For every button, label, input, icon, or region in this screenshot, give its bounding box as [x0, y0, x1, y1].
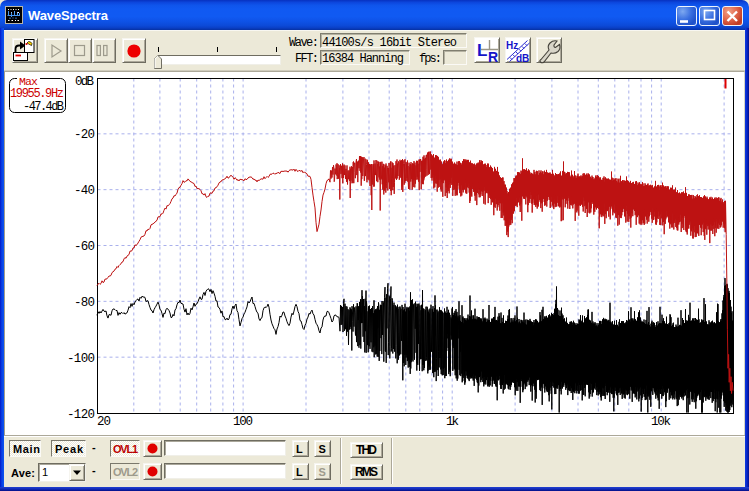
svg-text:-40: -40 [74, 184, 95, 198]
svg-text:THD: THD [356, 443, 377, 457]
svg-text:20: 20 [97, 415, 111, 429]
svg-text:Main: Main [13, 443, 40, 455]
svg-text:L: L [477, 41, 487, 60]
svg-text:-80: -80 [74, 296, 95, 310]
svg-text:Wave:: Wave: [289, 36, 319, 50]
svg-text:1: 1 [42, 466, 48, 478]
svg-text:100: 100 [233, 415, 253, 429]
svg-text:-100: -100 [67, 352, 95, 366]
svg-text:OVL1: OVL1 [113, 443, 138, 455]
svg-text:RMS: RMS [355, 465, 378, 479]
svg-text:S: S [319, 466, 326, 478]
svg-text:1k: 1k [446, 415, 459, 429]
svg-text:fps:: fps: [419, 52, 442, 66]
svg-text:L: L [296, 466, 303, 478]
svg-text:16384 Hanning: 16384 Hanning [322, 52, 404, 66]
svg-text:-: - [92, 464, 96, 476]
svg-text:10k: 10k [651, 415, 671, 429]
svg-text:FFT:: FFT: [295, 52, 319, 66]
svg-text:-: - [92, 441, 96, 453]
svg-text:0dB: 0dB [75, 75, 94, 89]
svg-text:-20: -20 [74, 128, 95, 142]
svg-text:44100s/s 16bit Stereo: 44100s/s 16bit Stereo [322, 36, 457, 50]
svg-text:L: L [296, 443, 303, 455]
svg-text:Ave:: Ave: [11, 467, 35, 479]
svg-text:Hz: Hz [506, 40, 518, 51]
svg-text:WaveSpectra: WaveSpectra [28, 8, 109, 23]
svg-text:19955.9Hz: 19955.9Hz [10, 87, 64, 101]
svg-text:R: R [488, 49, 498, 65]
svg-text:-47.4dB: -47.4dB [23, 100, 64, 114]
svg-text:S: S [319, 443, 326, 455]
svg-text:Max: Max [19, 75, 38, 88]
svg-text:Peak: Peak [55, 443, 84, 455]
svg-text:OVL2: OVL2 [113, 466, 138, 478]
svg-text:-60: -60 [74, 240, 95, 254]
svg-text:-120: -120 [67, 408, 95, 422]
